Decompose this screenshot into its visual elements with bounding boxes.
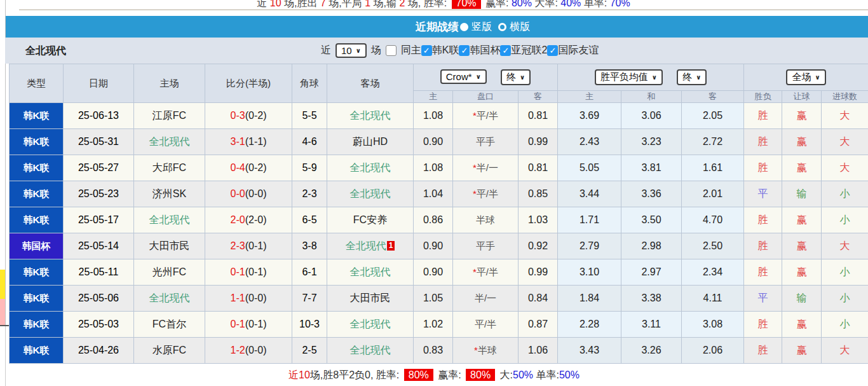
handicap-text: 半球 bbox=[478, 345, 497, 355]
cell-away-team: 蔚山HD bbox=[327, 129, 414, 155]
cell-crown-away-odds: 0.99 bbox=[519, 129, 558, 155]
scope-select[interactable]: 全场 ∨ bbox=[786, 69, 825, 85]
text-segment: 场,胜8平2负0, 胜率: bbox=[310, 369, 402, 380]
text-segment: 赢率: bbox=[435, 369, 464, 380]
away-team-name: 全北现代 bbox=[350, 188, 391, 199]
odds-group-header: Crow* ∨ 终 ∨ bbox=[414, 64, 558, 91]
checkbox-acl[interactable]: ✓ bbox=[500, 45, 511, 56]
cell-avg-draw: 3.36 bbox=[621, 181, 682, 207]
cell-home-team: 大邱FC bbox=[134, 155, 205, 181]
fulltime-score: 0-4 bbox=[231, 162, 245, 173]
filter-controls: 近 10 ∨ 场 同主 ✓韩K联 ✓韩国杯 ✓亚冠联2 ✓国际友谊 bbox=[321, 38, 599, 64]
radio-vertical-layout[interactable] bbox=[460, 23, 468, 31]
cell-away-team: 全北现代 bbox=[327, 181, 414, 207]
cell-date: 25-05-03 bbox=[64, 312, 134, 338]
bookmaker-select[interactable]: Crow* ∨ bbox=[440, 69, 487, 84]
cell-date: 25-06-13 bbox=[64, 103, 134, 129]
col-header-date: 日期 bbox=[64, 64, 134, 103]
team-name: 全北现代 bbox=[25, 38, 66, 64]
same-home-checkbox[interactable] bbox=[386, 45, 397, 56]
radio-horizontal-label[interactable]: 横版 bbox=[510, 20, 530, 34]
cell-avg-home: 2.28 bbox=[558, 312, 621, 338]
sub-header-crown-home: 主 bbox=[414, 91, 453, 103]
matches-label: 场 bbox=[371, 44, 381, 57]
top-stats-bar: 近 10 场,胜出 7 场,平局 1 场,输 2 场, 胜率: 70% 赢率: … bbox=[19, 0, 868, 10]
table-row: 韩K联25-05-27大邱FC0-4(0-2)5-9全北现代1.08*半/一0.… bbox=[10, 155, 868, 181]
checkbox-korea-cup[interactable]: ✓ bbox=[459, 45, 470, 56]
radio-horizontal-layout[interactable] bbox=[498, 23, 506, 31]
rate-badge: 70% bbox=[452, 0, 481, 9]
text-segment: 70% bbox=[610, 0, 630, 8]
sub-header-handicap-result: 让球 bbox=[782, 91, 822, 103]
cell-crown-away-odds: 0.92 bbox=[519, 233, 558, 259]
avg-stage-select[interactable]: 终 ∨ bbox=[677, 69, 707, 85]
text-segment: 场,胜出 bbox=[281, 0, 320, 8]
summary-bar: 近10场,胜8平2负0, 胜率: 80% 赢率: 80% 大:50% 单率:50… bbox=[0, 364, 868, 386]
halftime-score: (0-0) bbox=[245, 293, 267, 303]
checkbox-friendly[interactable]: ✓ bbox=[547, 45, 558, 56]
cell-avg-draw: 2.98 bbox=[621, 233, 682, 259]
cell-corners: 3-8 bbox=[292, 233, 327, 259]
cell-avg-away: 4.70 bbox=[682, 207, 744, 233]
cell-handicap: 平手 bbox=[453, 129, 519, 155]
text-segment: 50% bbox=[559, 369, 580, 380]
cell-handicap-result: 赢 bbox=[782, 338, 822, 364]
bookmaker-stage-value: 终 bbox=[506, 71, 516, 83]
left-pink-stripe bbox=[0, 299, 5, 326]
text-segment: 40% bbox=[560, 0, 581, 8]
table-row: 韩K联25-05-06全北现代1-1(0-0)7-7大田市民1.05半/一0.8… bbox=[10, 286, 868, 312]
cell-league: 韩K联 bbox=[10, 259, 64, 286]
cell-goals-result: 大 bbox=[822, 338, 868, 364]
cell-goals-result: 小 bbox=[822, 181, 868, 207]
cell-home-team: 全北现代 bbox=[134, 129, 205, 155]
cell-result: 胜 bbox=[744, 259, 782, 286]
checkbox-kleague[interactable]: ✓ bbox=[421, 45, 432, 56]
cell-avg-away: 2.34 bbox=[682, 259, 744, 286]
cell-date: 25-05-14 bbox=[64, 233, 134, 259]
fulltime-score: 2-0 bbox=[231, 214, 245, 225]
halftime-score: (0-1) bbox=[245, 319, 267, 329]
col-header-corners: 角球 bbox=[292, 64, 327, 103]
cell-avg-home: 3.10 bbox=[558, 259, 621, 286]
table-row: 韩K联25-05-17全北现代2-0(2-0)6-5FC安养0.86半球1.03… bbox=[10, 207, 868, 233]
cell-corners: 6-1 bbox=[292, 259, 327, 286]
cell-score: 1-2(0-0) bbox=[205, 338, 292, 364]
text-segment: 场,输 bbox=[370, 0, 399, 8]
cell-avg-home: 3.69 bbox=[558, 103, 621, 129]
bookmaker-stage-select[interactable]: 终 ∨ bbox=[501, 69, 531, 85]
radio-vertical-label[interactable]: 竖版 bbox=[471, 20, 492, 34]
cell-crown-away-odds: 0.81 bbox=[519, 155, 558, 181]
away-team-name: 大田市民 bbox=[350, 293, 391, 303]
away-team-name: 全北现代 bbox=[350, 162, 391, 173]
cell-avg-home: 2.43 bbox=[558, 129, 621, 155]
cell-crown-away-odds: 0.85 bbox=[519, 181, 558, 207]
cell-away-team: 全北现代1 bbox=[327, 233, 414, 259]
cell-crown-away-odds: 0.99 bbox=[519, 259, 558, 286]
away-team-name: 全北现代 bbox=[350, 110, 391, 121]
avg-odds-select[interactable]: 胜平负均值 ∨ bbox=[595, 69, 663, 85]
cell-goals-result: 大 bbox=[822, 233, 868, 259]
count-badge: 1 bbox=[387, 241, 395, 251]
cell-goals-result: 大 bbox=[822, 103, 868, 129]
text-segment: 50% bbox=[513, 369, 533, 380]
cell-score: 0-1(0-1) bbox=[205, 259, 292, 286]
match-count-value: 10 bbox=[341, 45, 352, 56]
sub-header-avg-away: 客 bbox=[682, 91, 744, 103]
table-row: 韩国杯25-05-14大田市民2-3(0-1)3-8全北现代10.90平手0.9… bbox=[10, 233, 868, 259]
cell-crown-away-odds: 0.81 bbox=[519, 103, 558, 129]
match-count-select[interactable]: 10 ∨ bbox=[336, 43, 367, 58]
cell-corners: 2-5 bbox=[292, 338, 327, 364]
text-segment: 7 bbox=[320, 0, 326, 8]
away-team-name: 全北现代 bbox=[350, 319, 391, 329]
text-segment: 10 bbox=[270, 0, 281, 8]
cell-home-team: 水原FC bbox=[134, 338, 205, 364]
away-team-name: FC安养 bbox=[353, 214, 387, 225]
text-segment: 2 bbox=[399, 0, 405, 8]
text-segment: 赢率: bbox=[483, 0, 512, 8]
text-segment: 大: bbox=[497, 369, 513, 380]
cell-date: 25-05-23 bbox=[64, 181, 134, 207]
cell-corners: 2-3 bbox=[292, 181, 327, 207]
cell-date: 25-05-27 bbox=[64, 155, 134, 181]
fulltime-score: 1-2 bbox=[231, 345, 245, 355]
fulltime-score: 0-0 bbox=[231, 188, 245, 199]
